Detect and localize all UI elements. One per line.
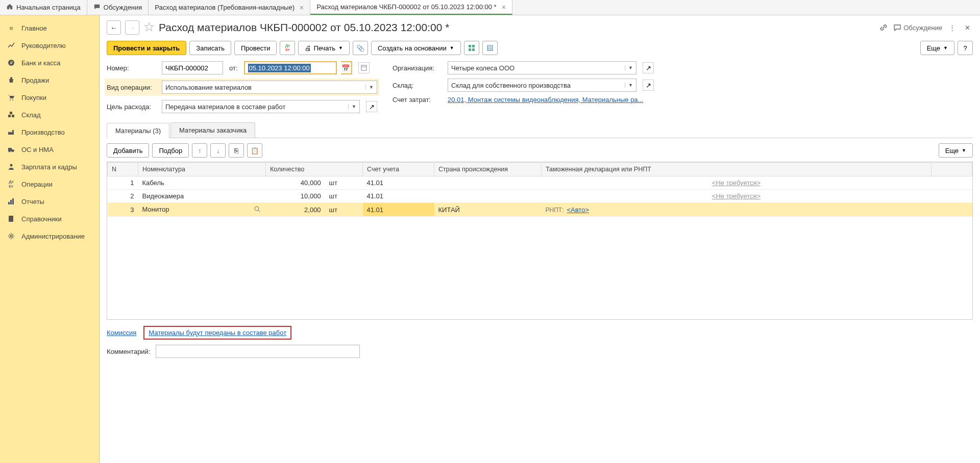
sidebar-item-references[interactable]: Справочники bbox=[0, 210, 99, 227]
table-row[interactable]: 3Монитор2,000шт41.01КИТАЙРНПТ:<Авто> bbox=[108, 203, 972, 217]
kebab-icon[interactable]: ⋮ bbox=[946, 22, 958, 33]
transfer-note-box: Материалы будут переданы в составе работ bbox=[143, 326, 291, 340]
svg-point-11 bbox=[10, 235, 12, 237]
create-based-button[interactable]: Создать на основании▼ bbox=[371, 41, 461, 55]
cell-nom: Монитор bbox=[138, 203, 266, 217]
truck-icon bbox=[7, 145, 15, 153]
forward-button[interactable]: → bbox=[125, 20, 139, 35]
post-close-button[interactable]: Провести и закрыть bbox=[107, 41, 186, 55]
purpose-select[interactable]: Передача материалов в составе работ▼ bbox=[162, 100, 360, 113]
cart-icon bbox=[7, 93, 15, 101]
more-button[interactable]: Еще▼ bbox=[920, 41, 954, 55]
person-icon bbox=[7, 163, 15, 171]
cell-qty: 40,000 bbox=[266, 176, 325, 190]
materials-table: N Номенклатура Количество Счет учета Стр… bbox=[107, 162, 973, 320]
calendar-button[interactable]: 📅 bbox=[341, 61, 352, 74]
move-up-button[interactable]: ↑ bbox=[192, 143, 207, 158]
report-button[interactable] bbox=[464, 41, 479, 55]
sidebar-item-sales[interactable]: Продажи bbox=[0, 71, 99, 89]
close-icon[interactable]: × bbox=[300, 4, 304, 12]
col-n[interactable]: N bbox=[108, 163, 138, 176]
pick-button[interactable]: Подбор bbox=[152, 143, 189, 158]
move-down-button[interactable]: ↓ bbox=[210, 143, 226, 158]
attach-button[interactable]: 📎 bbox=[353, 41, 368, 55]
col-qty[interactable]: Количество bbox=[266, 163, 363, 176]
dtkt-button[interactable]: ДтКт bbox=[280, 41, 295, 55]
svg-rect-14 bbox=[469, 48, 471, 51]
close-icon[interactable]: × bbox=[502, 3, 506, 11]
sidebar-item-operations[interactable]: ДтКтОперации bbox=[0, 175, 99, 193]
tab-customer-materials[interactable]: Материалы заказчика bbox=[170, 122, 255, 138]
star-icon[interactable] bbox=[143, 21, 155, 34]
sidebar-item-bank[interactable]: ₽Банк и касса bbox=[0, 54, 99, 71]
tab-material-expense-list[interactable]: Расход материалов (Требования-накладные)… bbox=[149, 0, 310, 15]
sidebar-item-manager[interactable]: Руководителю bbox=[0, 37, 99, 54]
cell-n: 2 bbox=[108, 190, 138, 203]
col-acct[interactable]: Счет учета bbox=[363, 163, 434, 176]
table-row[interactable]: 1Кабель40,000шт41.01<Не требуется> bbox=[108, 176, 972, 190]
wh-select[interactable]: Склад для собственного производства▼ bbox=[448, 79, 636, 92]
toolbar: Провести и закрыть Записать Провести ДтК… bbox=[107, 41, 973, 55]
open-purpose-button[interactable]: ↗ bbox=[366, 101, 377, 112]
chat-icon bbox=[93, 3, 101, 12]
sidebar-item-warehouse[interactable]: Склад bbox=[0, 106, 99, 123]
cell-qty: 10,000 bbox=[266, 190, 325, 203]
sidebar-item-main[interactable]: ≡Главное bbox=[0, 19, 99, 37]
op-type-select[interactable]: Использование материалов▼ bbox=[162, 81, 377, 94]
open-org-button[interactable]: ↗ bbox=[643, 62, 654, 73]
sidebar: ≡Главное Руководителю ₽Банк и касса Прод… bbox=[0, 15, 100, 463]
sidebar-item-hr[interactable]: Зарплата и кадры bbox=[0, 158, 99, 175]
bars-icon bbox=[7, 197, 15, 205]
date-input[interactable]: 05.10.2023 12:00:00 bbox=[244, 61, 337, 74]
cell-qty: 2,000 bbox=[266, 203, 325, 217]
tab-label: Обсуждения bbox=[104, 4, 142, 11]
commission-link[interactable]: Комиссия bbox=[107, 329, 136, 337]
discuss-icon[interactable]: Обсуждение bbox=[893, 22, 942, 33]
sidebar-item-admin[interactable]: Администрирование bbox=[0, 227, 99, 245]
number-input[interactable] bbox=[162, 61, 223, 74]
col-decl[interactable]: Таможенная декларация или РНПТ bbox=[542, 163, 932, 176]
chevron-down-icon: ▼ bbox=[365, 85, 374, 90]
sidebar-item-reports[interactable]: Отчеты bbox=[0, 193, 99, 210]
col-nom[interactable]: Номенклатура bbox=[138, 163, 266, 176]
add-button[interactable]: Добавить bbox=[107, 143, 149, 158]
tab-home[interactable]: Начальная страница bbox=[0, 0, 87, 15]
tab-materials[interactable]: Материалы (3) bbox=[107, 123, 169, 138]
list-button[interactable] bbox=[482, 41, 498, 55]
arrow-up-icon: ↑ bbox=[198, 147, 202, 155]
print-button[interactable]: 🖨Печать▼ bbox=[298, 41, 350, 55]
cell-nom: Видеокамера bbox=[138, 190, 266, 203]
sidebar-item-purchases[interactable]: Покупки bbox=[0, 89, 99, 106]
col-country[interactable]: Страна происхождения bbox=[434, 163, 542, 176]
menu-icon: ≡ bbox=[7, 24, 15, 32]
comment-input[interactable] bbox=[156, 345, 360, 358]
boxes-icon bbox=[7, 111, 15, 119]
org-select[interactable]: Четыре колеса ООО▼ bbox=[448, 61, 636, 74]
transfer-note-link[interactable]: Материалы будут переданы в составе работ bbox=[149, 329, 286, 337]
printer-icon: 🖨 bbox=[305, 44, 311, 52]
table-row[interactable]: 2Видеокамера10,000шт41.01<Не требуется> bbox=[108, 190, 972, 203]
top-tabs: Начальная страница Обсуждения Расход мат… bbox=[0, 0, 980, 15]
sidebar-item-production[interactable]: Производство bbox=[0, 123, 99, 141]
org-label: Организация: bbox=[393, 64, 444, 72]
open-icon: ↗ bbox=[369, 103, 375, 111]
tab-material-expense-doc[interactable]: Расход материалов ЧКБП-000002 от 05.10.2… bbox=[310, 0, 512, 15]
tab-discussions[interactable]: Обсуждения bbox=[87, 0, 149, 15]
post-button[interactable]: Провести bbox=[234, 41, 277, 55]
sidebar-item-assets[interactable]: ОС и НМА bbox=[0, 141, 99, 158]
cell-decl: РНПТ:<Авто> bbox=[542, 203, 932, 217]
write-button[interactable]: Записать bbox=[189, 41, 231, 55]
link-icon[interactable] bbox=[878, 22, 889, 33]
open-wh-button[interactable]: ↗ bbox=[643, 80, 654, 91]
copy-icon: ⎘ bbox=[234, 147, 238, 155]
posted-indicator[interactable] bbox=[358, 62, 370, 73]
table-more-button[interactable]: Еще▼ bbox=[939, 143, 973, 158]
cost-link[interactable]: 20.01, Монтаж системы видеонаблюдения, М… bbox=[448, 96, 643, 104]
help-button[interactable]: ? bbox=[958, 41, 973, 55]
paste-button[interactable]: 📋 bbox=[247, 143, 262, 158]
tab-label: Начальная страница bbox=[16, 4, 81, 11]
cell-acct: 41.01 bbox=[363, 190, 434, 203]
copy-button[interactable]: ⎘ bbox=[229, 143, 244, 158]
back-button[interactable]: ← bbox=[107, 20, 121, 35]
close-icon[interactable]: ✕ bbox=[962, 22, 973, 33]
